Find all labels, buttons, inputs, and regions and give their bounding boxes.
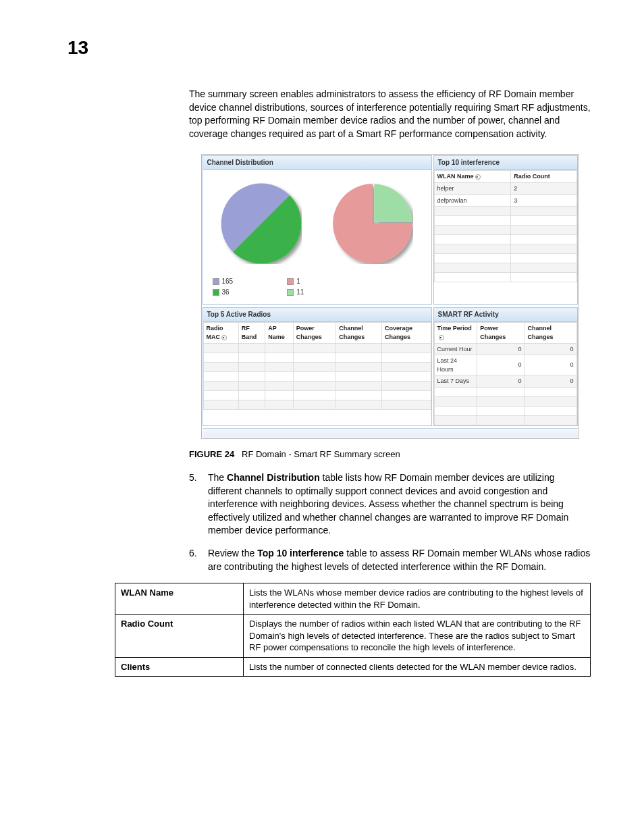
channel-distribution-header: Channel Distribution <box>203 156 431 170</box>
step-number: 6. <box>189 547 208 573</box>
top10-table: WLAN Name Radio Count helper2 defprowlan… <box>434 170 577 282</box>
figure-caption: FIGURE 24 RF Domain - Smart RF Summary s… <box>189 449 591 459</box>
legend-label: 1 <box>296 277 300 286</box>
step-text: Review the Top 10 interference table to … <box>208 547 591 573</box>
sort-indicator-icon <box>221 335 227 340</box>
legend-label: 165 <box>222 277 234 286</box>
table-row <box>434 406 576 415</box>
table-row <box>434 263 576 273</box>
def-desc: Displays the number of radios within eac… <box>244 615 591 658</box>
table-row: defprowlan3 <box>434 194 576 207</box>
step-5: 5. The Channel Distribution table lists … <box>189 471 591 538</box>
table-row <box>203 362 431 371</box>
smartrf-col-power[interactable]: Power Changes <box>477 323 525 343</box>
table-row <box>203 353 431 362</box>
def-term: Clients <box>115 657 244 677</box>
table-row <box>203 371 431 381</box>
smart-rf-activity-panel: SMART RF Activity Time Period Power Chan… <box>433 307 578 426</box>
def-row-clients: Clients Lists the number of connected cl… <box>115 657 591 677</box>
step-6: 6. Review the Top 10 interference table … <box>189 547 591 573</box>
def-term: WLAN Name <box>115 583 244 615</box>
smart-rf-summary-screenshot: Channel Distribution <box>201 154 579 439</box>
top5-header: Top 5 Active Radios <box>203 308 431 322</box>
def-desc: Lists the number of connected clients de… <box>244 657 591 677</box>
table-row <box>434 387 576 396</box>
table-row <box>434 216 576 226</box>
table-row <box>434 273 576 282</box>
screenshot-footer-bar <box>203 428 578 438</box>
pie-chart-left <box>221 183 302 264</box>
def-term: Radio Count <box>115 615 244 658</box>
top10-col-wlan[interactable]: WLAN Name <box>434 171 511 183</box>
channel-distribution-panel: Channel Distribution <box>203 155 432 305</box>
chart-legend: 165 36 1 11 <box>206 274 429 301</box>
definition-table: WLAN Name Lists the WLANs whose member d… <box>115 583 591 677</box>
legend-label: 11 <box>296 288 304 297</box>
table-row <box>434 235 576 244</box>
table-row <box>203 390 431 400</box>
smartrf-header: SMART RF Activity <box>434 308 577 322</box>
legend-swatch <box>287 278 294 285</box>
legend-swatch <box>213 278 219 285</box>
top5-col-apname[interactable]: AP Name <box>265 323 294 343</box>
table-row: Last 7 Days00 <box>434 375 576 388</box>
def-row-wlan-name: WLAN Name Lists the WLANs whose member d… <box>115 583 591 615</box>
top10-interference-panel: Top 10 interference WLAN Name Radio Coun… <box>433 155 578 305</box>
top5-active-radios-panel: Top 5 Active Radios Radio MAC RF Band AP… <box>203 307 432 426</box>
smartrf-table: Time Period Power Changes Channel Change… <box>434 322 577 425</box>
table-row: helper2 <box>434 182 576 194</box>
table-row <box>203 381 431 390</box>
figure-caption-text: RF Domain - Smart RF Summary screen <box>242 449 400 459</box>
def-row-radio-count: Radio Count Displays the number of radio… <box>115 615 591 658</box>
step-number: 5. <box>189 471 208 538</box>
table-row <box>434 396 576 406</box>
table-row <box>434 207 576 216</box>
def-desc: Lists the WLANs whose member device radi… <box>244 583 591 615</box>
top5-col-mac[interactable]: Radio MAC <box>203 323 238 343</box>
top5-col-channel[interactable]: Channel Changes <box>336 323 382 343</box>
top5-col-coverage[interactable]: Coverage Changes <box>382 323 431 343</box>
step-text: The Channel Distribution table lists how… <box>208 471 591 538</box>
table-row <box>203 343 431 353</box>
sort-indicator-icon <box>475 174 481 180</box>
table-row: Last 24 Hours00 <box>434 355 576 375</box>
legend-swatch <box>213 289 219 296</box>
intro-paragraph: The summary screen enables administrator… <box>189 88 591 140</box>
legend-swatch <box>287 289 294 296</box>
top10-col-radiocount[interactable]: Radio Count <box>511 171 576 183</box>
table-row <box>434 226 576 235</box>
top5-col-rfband[interactable]: RF Band <box>238 323 265 343</box>
smartrf-col-period[interactable]: Time Period <box>434 323 477 343</box>
sort-indicator-icon <box>439 335 444 340</box>
table-row <box>434 415 576 425</box>
step-list: 5. The Channel Distribution table lists … <box>189 471 591 573</box>
pie-chart-right <box>332 183 413 264</box>
legend-label: 36 <box>222 288 230 297</box>
table-row <box>434 244 576 254</box>
smartrf-col-channel[interactable]: Channel Changes <box>525 323 576 343</box>
table-row <box>434 254 576 263</box>
table-row <box>203 400 431 409</box>
figure-label: FIGURE 24 <box>189 449 234 459</box>
top10-header: Top 10 interference <box>434 156 577 170</box>
top5-table: Radio MAC RF Band AP Name Power Changes … <box>203 322 431 409</box>
top5-col-power[interactable]: Power Changes <box>293 323 336 343</box>
table-row: Current Hour00 <box>434 343 576 355</box>
page-number: 13 <box>68 37 88 59</box>
